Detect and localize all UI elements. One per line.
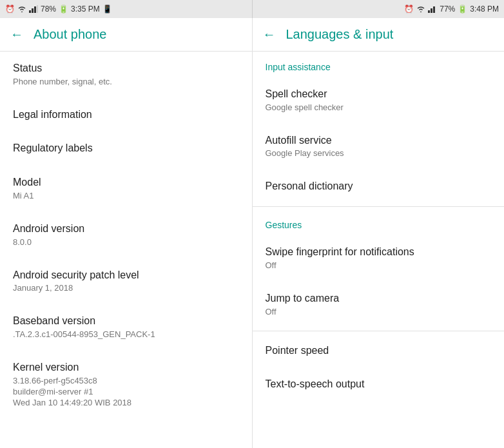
tts-output-title: Text-to-speech output (266, 378, 492, 391)
divider-2 (253, 331, 505, 331)
status-subtitle: Phone number, signal, etc. (13, 77, 239, 88)
baseband-version-item[interactable]: Baseband version .TA.2.3.c1-00544-8953_G… (0, 304, 252, 351)
about-phone-title: About phone (34, 27, 106, 42)
regulatory-labels-item[interactable]: Regulatory labels (0, 131, 252, 166)
pointer-speed-item[interactable]: Pointer speed (253, 334, 505, 368)
model-subtitle: Mi A1 (13, 191, 239, 202)
security-patch-item[interactable]: Android security patch level January 1, … (0, 258, 252, 305)
app-icon-left: 📱 (102, 5, 112, 14)
spell-checker-subtitle: Google spell checker (266, 102, 492, 113)
battery-icon-right: 🔋 (458, 5, 467, 14)
alarm-icon-right: ⏰ (404, 5, 414, 14)
jump-to-camera-subtitle: Off (266, 307, 492, 318)
personal-dictionary-title: Personal dictionary (266, 180, 492, 193)
about-phone-list: Status Phone number, signal, etc. Legal … (0, 52, 252, 448)
svg-rect-0 (29, 10, 31, 13)
status-item[interactable]: Status Phone number, signal, etc. (0, 52, 252, 98)
signal-icon-right (428, 5, 437, 13)
model-item[interactable]: Model Mi A1 (0, 166, 252, 212)
svg-rect-4 (428, 10, 430, 13)
swipe-fingerprint-subtitle: Off (266, 260, 492, 271)
languages-input-list: Input assistance Spell checker Google sp… (253, 52, 505, 448)
baseband-version-subtitle: .TA.2.3.c1-00544-8953_GEN_PACK-1 (13, 329, 239, 340)
signal-icon-left (29, 5, 38, 13)
languages-input-panel: ← Languages & input Input assistance Spe… (253, 18, 505, 448)
android-version-title: Android version (13, 222, 239, 236)
pointer-speed-title: Pointer speed (266, 344, 492, 358)
autofill-service-item[interactable]: Autofill service Google Play services (253, 124, 505, 170)
about-phone-panel: ← About phone Status Phone number, signa… (0, 18, 253, 448)
android-version-item[interactable]: Android version 8.0.0 (0, 212, 252, 258)
time-right: 3:48 PM (470, 5, 499, 14)
divider-1 (253, 206, 505, 207)
regulatory-labels-title: Regulatory labels (13, 142, 239, 155)
svg-rect-3 (37, 5, 38, 13)
battery-percent-left: 78% (41, 5, 56, 14)
swipe-fingerprint-title: Swipe fingerprint for notifications (266, 246, 492, 259)
svg-rect-2 (34, 6, 36, 13)
gestures-header: Gestures (253, 209, 505, 235)
swipe-fingerprint-item[interactable]: Swipe fingerprint for notifications Off (253, 235, 505, 282)
about-phone-header: ← About phone (0, 18, 252, 52)
legal-information-item[interactable]: Legal information (0, 98, 252, 132)
svg-rect-6 (433, 6, 435, 13)
tts-output-item[interactable]: Text-to-speech output (253, 367, 505, 402)
spell-checker-item[interactable]: Spell checker Google spell checker (253, 77, 505, 124)
alarm-icon-left: ⏰ (5, 5, 15, 14)
about-phone-back-button[interactable]: ← (10, 27, 23, 42)
wifi-icon-right (416, 5, 425, 13)
kernel-version-title: Kernel version (13, 361, 239, 375)
input-assistance-header: Input assistance (253, 52, 505, 77)
kernel-version-subtitle: 3.18.66-perf-g5c453c8 builder@mi-server … (13, 376, 239, 409)
jump-to-camera-title: Jump to camera (266, 292, 492, 306)
languages-input-back-button[interactable]: ← (263, 27, 276, 42)
baseband-version-title: Baseband version (13, 315, 239, 328)
autofill-service-subtitle: Google Play services (266, 148, 492, 159)
autofill-service-title: Autofill service (266, 134, 492, 148)
kernel-version-item[interactable]: Kernel version 3.18.66-perf-g5c453c8 bui… (0, 351, 252, 418)
security-patch-title: Android security patch level (13, 269, 239, 282)
svg-rect-5 (431, 8, 432, 13)
personal-dictionary-item[interactable]: Personal dictionary (253, 170, 505, 204)
languages-input-title: Languages & input (286, 27, 394, 42)
legal-information-title: Legal information (13, 108, 239, 122)
model-title: Model (13, 176, 239, 190)
right-status-bar: ⏰ 77% 🔋 3:48 PM (252, 0, 505, 18)
status-title: Status (13, 62, 239, 75)
security-patch-subtitle: January 1, 2018 (13, 283, 239, 294)
languages-input-header: ← Languages & input (253, 18, 505, 52)
spell-checker-title: Spell checker (266, 88, 492, 101)
jump-to-camera-item[interactable]: Jump to camera Off (253, 282, 505, 328)
battery-percent-right: 77% (440, 5, 455, 14)
svg-rect-1 (32, 8, 34, 13)
time-left: 3:35 PM (71, 5, 100, 14)
wifi-icon-left (17, 5, 26, 13)
left-status-bar: ⏰ 78% 🔋 3:35 PM 📱 (0, 0, 252, 18)
battery-icon-left: 🔋 (59, 5, 68, 14)
android-version-subtitle: 8.0.0 (13, 237, 239, 248)
